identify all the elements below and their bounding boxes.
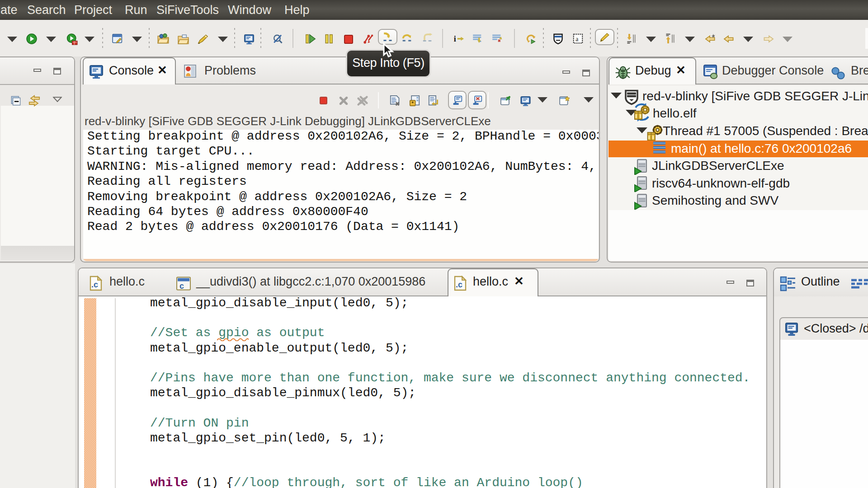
svg-text:a: a (576, 36, 578, 42)
svg-text:c: c (179, 282, 184, 291)
svg-text:.c: .c (456, 280, 462, 289)
svg-text:i: i (453, 33, 456, 43)
svg-text:.c: .c (91, 280, 98, 289)
